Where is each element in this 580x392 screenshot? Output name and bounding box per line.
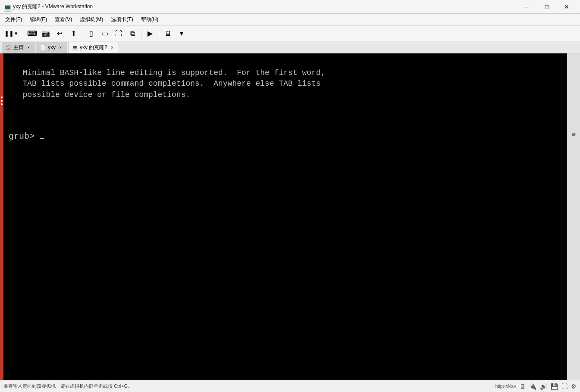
title-bar-left: 💻 yxy 的克隆2 - VMware Workstation xyxy=(3,3,93,10)
pause-dropdown-icon: ▾ xyxy=(15,30,18,37)
tabs-bar: 🏠 主页 × 📄 yxy × 💻 yxy 的克隆2 × xyxy=(0,41,580,53)
left-bar-dot-2 xyxy=(1,100,3,102)
fit-guest-button[interactable]: ▯ xyxy=(85,28,97,40)
toolbar: ❚❚ ▾ ⌨ 📷 ↩ ⬆ ▯ ▭ ⛶ ⧉ ▶ 🖥 ▾ xyxy=(0,26,580,41)
suspend-button[interactable]: ⬆ xyxy=(67,28,79,40)
window-controls: ─ □ ✕ xyxy=(517,0,577,14)
tab-home-label: 主页 xyxy=(13,44,24,51)
tab-yxy-label: yxy xyxy=(48,44,56,50)
fit-window-button[interactable]: ▭ xyxy=(99,28,111,40)
revert-button[interactable]: ↩ xyxy=(53,28,66,40)
grub-prompt: grub> xyxy=(9,131,44,141)
status-bar: 要将输入定向到该虚拟机，请在虚拟机内部单击或按 Ctrl+G。 https://… xyxy=(0,380,580,392)
toolbar-sep-3 xyxy=(141,29,141,38)
menu-tabs[interactable]: 选项卡(T) xyxy=(107,15,136,24)
menu-file[interactable]: 文件(F) xyxy=(2,15,25,24)
settings-icon[interactable]: ⚙ xyxy=(571,383,577,390)
tab-yxy[interactable]: 📄 yxy × xyxy=(36,42,67,53)
status-url: https://kb.v xyxy=(495,384,516,389)
minimize-button[interactable]: ─ xyxy=(517,0,537,14)
tab-yxy2-close[interactable]: × xyxy=(109,44,115,50)
terminal-line-1: Minimal BASH-like line editing is suppor… xyxy=(9,68,326,77)
snapshot-button[interactable]: 📷 xyxy=(40,28,52,40)
left-bar-dot-3 xyxy=(1,103,3,105)
unity-button[interactable]: ⧉ xyxy=(126,28,138,40)
status-hint: 要将输入定向到该虚拟机，请在虚拟机内部单击或按 Ctrl+G。 xyxy=(3,383,132,389)
fullscreen-icon[interactable]: ⛶ xyxy=(561,383,567,390)
pause-icon: ❚❚ xyxy=(4,30,14,37)
hd-icon: 💾 xyxy=(551,383,558,390)
terminal-line-2: TAB lists possible command completions. … xyxy=(9,79,321,88)
console-button[interactable]: ▶ xyxy=(144,28,156,40)
tab-home[interactable]: 🏠 主页 × xyxy=(2,42,35,53)
toolbar-sep-1 xyxy=(23,29,23,38)
vm-screen[interactable]: Minimal BASH-like line editing is suppor… xyxy=(3,53,580,380)
home-icon: 🏠 xyxy=(6,45,12,50)
app-icon: 💻 xyxy=(3,3,10,10)
view-dropdown-button[interactable]: ▾ xyxy=(176,28,188,40)
vm-icon-yxy: 📄 xyxy=(40,45,46,50)
tab-yxy2-label: yxy 的克隆2 xyxy=(80,44,107,51)
vm-icon-yxy2: 💻 xyxy=(72,45,78,50)
terminal-prompt: grub> xyxy=(3,115,580,151)
tab-yxy-close[interactable]: × xyxy=(57,44,63,50)
tab-yxy2[interactable]: 💻 yxy 的克隆2 × xyxy=(68,42,119,53)
send-ctrl-alt-del-button[interactable]: ⌨ xyxy=(26,28,38,40)
menu-view[interactable]: 查看(V) xyxy=(51,15,75,24)
terminal-cursor xyxy=(40,138,44,139)
left-bar xyxy=(0,53,3,380)
terminal-output: Minimal BASH-like line editing is suppor… xyxy=(3,53,580,115)
menu-vm[interactable]: 虚拟机(M) xyxy=(76,15,107,24)
menu-edit[interactable]: 编辑(E) xyxy=(26,15,50,24)
left-bar-dot-1 xyxy=(1,96,3,98)
close-button[interactable]: ✕ xyxy=(557,0,577,14)
view-button[interactable]: 🖥 xyxy=(162,28,174,40)
audio-icon: 🔊 xyxy=(540,383,547,390)
menu-bar: 文件(F) 编辑(E) 查看(V) 虚拟机(M) 选项卡(T) 帮助(H) xyxy=(0,14,580,26)
right-resize-handle[interactable]: 调整大小 xyxy=(567,53,580,380)
maximize-button[interactable]: □ xyxy=(537,0,557,14)
full-screen-button[interactable]: ⛶ xyxy=(113,28,125,40)
content-row: Minimal BASH-like line editing is suppor… xyxy=(0,53,580,380)
toolbar-sep-2 xyxy=(82,29,82,38)
tab-home-close[interactable]: × xyxy=(25,44,31,50)
terminal-line-3: possible device or file completions. xyxy=(9,90,190,99)
window-title: yxy 的克隆2 - VMware Workstation xyxy=(13,3,93,10)
network-icon: 🖥 xyxy=(520,383,526,390)
pause-button[interactable]: ❚❚ ▾ xyxy=(2,29,20,37)
usb-icon: 🔌 xyxy=(529,383,536,390)
status-right: https://kb.v 🖥 🔌 🔊 💾 ⛶ ⚙ xyxy=(495,383,577,390)
menu-help[interactable]: 帮助(H) xyxy=(138,15,162,24)
toolbar-sep-4 xyxy=(159,29,159,38)
title-bar: 💻 yxy 的克隆2 - VMware Workstation ─ □ ✕ xyxy=(0,0,580,14)
